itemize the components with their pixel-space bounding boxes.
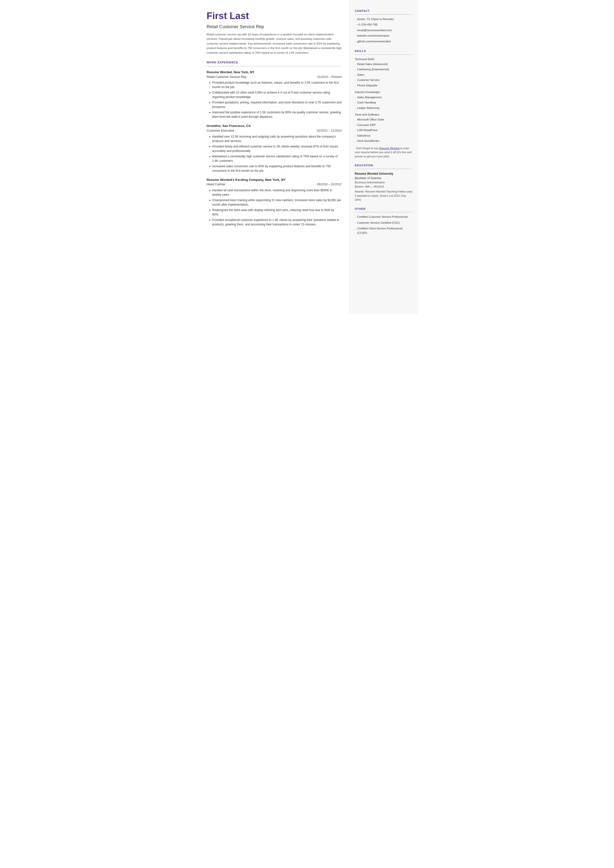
bullets-3: • Handed all cash transactions within th… bbox=[209, 188, 342, 227]
bullet-2-2: • Maintained a consistently high custome… bbox=[209, 154, 342, 163]
bullet-dot: • bbox=[209, 197, 211, 203]
contact-header: CONTACT bbox=[355, 9, 413, 13]
contact-bullet: · bbox=[355, 34, 356, 39]
rw-link[interactable]: Resume Worded bbox=[379, 147, 399, 150]
skill-industry-0: · Sales Management bbox=[355, 95, 413, 100]
job-block-3: Resume Worded's Exciting Company, New Yo… bbox=[207, 177, 342, 227]
company-1: Resume Worded, New York, NY bbox=[207, 70, 254, 75]
bullet-dot: • bbox=[209, 154, 211, 160]
bullet-1-2: • Provided quotations, pricing, required… bbox=[209, 100, 342, 109]
work-experience-header: WORK EXPERIENCE bbox=[207, 61, 342, 65]
bullet-3-1: • Championed basic training while superv… bbox=[209, 198, 342, 207]
edu-degree: Bachelor of Science bbox=[355, 176, 413, 180]
bullet-2-0: • Handled over 12.5K incoming and outgoi… bbox=[209, 134, 342, 143]
date-2: 02/2012 – 12/2014 bbox=[317, 129, 341, 133]
other-item-2: · Certified Client Service Professional … bbox=[355, 227, 413, 235]
bullet-dot: • bbox=[209, 207, 211, 213]
position-3: Head Cashier bbox=[207, 182, 225, 187]
skill-tool-2: · LOB RetailPoint bbox=[355, 128, 413, 133]
skill-tool-1: · Comcash ERP bbox=[355, 123, 413, 128]
other-section: OTHER · Certified Customer Service Profe… bbox=[355, 207, 413, 235]
name: First Last bbox=[207, 9, 342, 23]
date-1: 01/2015 – Present bbox=[317, 75, 341, 79]
job-title: Retail Customer Service Rep bbox=[207, 23, 342, 30]
bullet-3-0: • Handed all cash transactions within th… bbox=[209, 188, 342, 197]
contact-item-0: · Austin, TX (Open to Remote) bbox=[355, 17, 413, 22]
right-column: CONTACT · Austin, TX (Open to Remote) · … bbox=[349, 0, 419, 314]
date-3: 06/2010 – 01/2012 bbox=[317, 182, 341, 186]
bullet-dot: • bbox=[209, 90, 211, 96]
bullet-dot: • bbox=[209, 163, 211, 169]
position-2: Customer Executive bbox=[207, 129, 234, 133]
contact-divider bbox=[355, 14, 413, 15]
contact-section: CONTACT · Austin, TX (Open to Remote) · … bbox=[355, 9, 413, 44]
bullet-2-1: • Provided timely and efficient customer… bbox=[209, 144, 342, 153]
skills-divider bbox=[355, 54, 413, 55]
bullet-dot: • bbox=[209, 134, 211, 140]
bullet-3-3: • Provided exceptional customer experien… bbox=[209, 218, 342, 227]
skill-tool-4: · Intuit QuickBooks bbox=[355, 139, 413, 144]
job-title-row-2: Growthsi, San Francisco, CA bbox=[207, 123, 342, 129]
company-3: Resume Worded's Exciting Company, New Yo… bbox=[207, 177, 285, 182]
skills-section: SKILLS Technical Skills: · Retail Sales … bbox=[355, 49, 413, 158]
technical-label: Technical Skills: bbox=[355, 57, 413, 61]
education-divider bbox=[355, 169, 413, 169]
contact-item-2: · email@resumeworded.com bbox=[355, 28, 413, 33]
resume-page: First Last Retail Customer Service Rep R… bbox=[196, 0, 419, 314]
bullets-1: • Provided product knowledge such as fea… bbox=[209, 81, 342, 119]
industry-label: Industry Knowledge: bbox=[355, 90, 413, 94]
skills-header: SKILLS bbox=[355, 49, 413, 53]
skill-tech-2: · Sales bbox=[355, 73, 413, 78]
bullet-dot: • bbox=[209, 80, 211, 86]
bullet-dot: • bbox=[209, 188, 211, 194]
contact-bullet: · bbox=[355, 39, 356, 44]
skill-tool-3: · Salesforce bbox=[355, 134, 413, 138]
job-block-2: Growthsi, San Francisco, CA Customer Exe… bbox=[207, 123, 342, 173]
skill-tech-1: · Cashiering (Experienced) bbox=[355, 67, 413, 72]
other-item-1: · Customer Service Certified (CSC) bbox=[355, 221, 413, 226]
position-1: Retail Customer Service Rep bbox=[207, 75, 247, 79]
skill-tech-4: · Phone Etiquette bbox=[355, 83, 413, 89]
skill-tech-3: · Customer Service bbox=[355, 78, 413, 83]
bullet-1-3: • Improved the positive experience of 1.… bbox=[209, 110, 342, 119]
contact-bullet: · bbox=[355, 23, 356, 28]
other-item-0: · Certified Customer Service Professiona… bbox=[355, 215, 413, 220]
bullet-1-0: • Provided product knowledge such as fea… bbox=[209, 81, 342, 89]
bullet-dot: • bbox=[209, 100, 211, 106]
summary: Retail customer service rep with 10 year… bbox=[207, 32, 342, 55]
job-position-row-3: Head Cashier 06/2010 – 01/2012 bbox=[207, 182, 342, 187]
job-position-row-2: Customer Executive 02/2012 – 12/2014 bbox=[207, 129, 342, 133]
bullets-2: • Handled over 12.5K incoming and outgoi… bbox=[209, 134, 342, 173]
edu-date: Boston, MA — 05/2010 bbox=[355, 185, 413, 189]
education-header: EDUCATION bbox=[355, 163, 413, 168]
education-section: EDUCATION Resume Worded University Bache… bbox=[355, 163, 413, 202]
bullet-dot: • bbox=[209, 110, 211, 116]
company-2: Growthsi, San Francisco, CA bbox=[207, 123, 251, 129]
skill-tech-0: · Retail Sales (Advanced) bbox=[355, 62, 413, 67]
job-block-1: Resume Worded, New York, NY Retail Custo… bbox=[207, 70, 342, 119]
bullet-dot: • bbox=[209, 217, 211, 223]
edu-field: Business Administration bbox=[355, 180, 413, 185]
job-title-row-3: Resume Worded's Exciting Company, New Yo… bbox=[207, 177, 342, 182]
left-column: First Last Retail Customer Service Rep R… bbox=[196, 0, 349, 314]
contact-item-1: · +1-234-456-789 bbox=[355, 23, 413, 28]
tools-label: Tools and Software: bbox=[355, 113, 413, 117]
job-title-row-1: Resume Worded, New York, NY bbox=[207, 70, 342, 75]
job-position-row-1: Retail Customer Service Rep 01/2015 – Pr… bbox=[207, 75, 342, 79]
skill-industry-2: · Ledger Balancing bbox=[355, 106, 413, 111]
contact-bullet: · bbox=[355, 17, 356, 22]
contact-bullet: · bbox=[355, 28, 356, 33]
contact-item-4: · github.com/resumeworded bbox=[355, 39, 413, 44]
edu-school: Resume Worded University bbox=[355, 171, 413, 176]
contact-item-3: · linkedin.com/in/username bbox=[355, 34, 413, 39]
rw-note: · Don't forget to use Resume Worded to s… bbox=[355, 146, 413, 158]
bullet-1-1: • Collaborated with 13 other retail CSRs… bbox=[209, 90, 342, 99]
other-header: OTHER bbox=[355, 207, 413, 211]
bullet-3-2: • Redesigned the store area with display… bbox=[209, 208, 342, 217]
skill-industry-1: · Cash Handling bbox=[355, 101, 413, 106]
skill-tool-0: · Microsoft Office Suite bbox=[355, 118, 413, 123]
edu-awards: Awards: Resume Worded Teaching Fellow (o… bbox=[355, 189, 413, 202]
bullet-2-3: • Increased sales conversion rate to 83%… bbox=[209, 164, 342, 173]
bullet-dot: • bbox=[209, 144, 211, 150]
